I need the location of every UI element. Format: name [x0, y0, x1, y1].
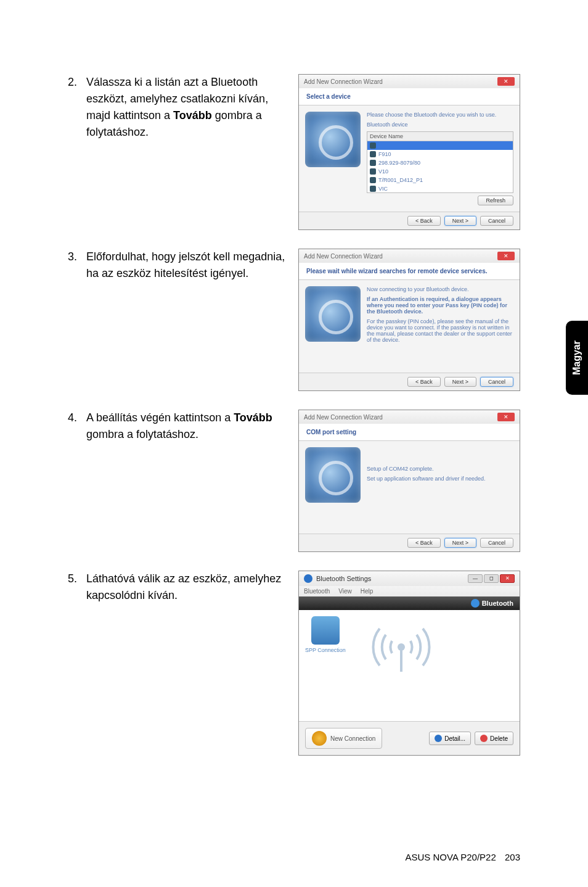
footer-model: ASUS NOVA P20/P22 [405, 852, 496, 862]
section-label: Bluetooth device [367, 122, 513, 128]
info-icon [435, 735, 442, 742]
close-icon[interactable]: ✕ [497, 252, 515, 260]
maximize-icon[interactable]: ◻ [484, 574, 499, 583]
wizard-select-device: Add New Connection Wizard ✕ Select a dev… [298, 74, 520, 230]
wizard-title: Add New Connection Wizard [304, 78, 383, 85]
auth-note: If an Authentication is required, a dial… [367, 296, 513, 315]
next-button[interactable]: Next > [444, 377, 476, 387]
wizard-title: Add New Connection Wizard [304, 253, 383, 260]
new-connection-icon [312, 731, 327, 746]
device-item[interactable]: F910 [367, 150, 513, 159]
device-icon [370, 160, 376, 166]
bluetooth-icon [304, 574, 312, 583]
column-header: Device Name [367, 132, 513, 141]
menu-help[interactable]: Help [361, 588, 374, 595]
wizard-searching: Add New Connection Wizard ✕ Please wait … [298, 249, 520, 391]
menu-bluetooth[interactable]: Bluetooth [304, 588, 330, 595]
back-button[interactable]: < Back [407, 538, 441, 548]
device-item-selected[interactable] [367, 141, 513, 150]
wizard-header: Please wait while wizard searches for re… [299, 263, 520, 280]
menu-bar: Bluetooth View Help [299, 586, 520, 596]
setup-note: Set up application software and driver i… [367, 476, 513, 482]
step-number: 3. [68, 249, 86, 265]
device-icon [370, 168, 376, 175]
bluetooth-settings-window: Bluetooth Settings — ◻ ✕ Bluetooth View … [298, 571, 520, 756]
detail-button[interactable]: Detail... [429, 732, 471, 745]
bluetooth-icon [471, 599, 480, 608]
device-icon [370, 177, 376, 183]
wizard-title: Add New Connection Wizard [304, 414, 383, 421]
cancel-button[interactable]: Cancel [480, 216, 513, 226]
step-text: Válassza ki a listán azt a Bluetooth esz… [86, 74, 286, 141]
setup-complete-line: Setup of COM42 complete. [367, 466, 513, 472]
device-item[interactable]: T/R001_D412_P1 [367, 176, 513, 184]
close-icon[interactable]: ✕ [497, 413, 515, 421]
step-text: Láthatóvá válik az az eszköz, amelyhez k… [86, 571, 286, 604]
device-list[interactable]: Device Name F910 298.929-8079/80 V10 T/R… [367, 131, 513, 193]
step-number: 5. [68, 571, 86, 587]
status-line: Now connecting to your Bluetooth device. [367, 286, 513, 292]
close-icon[interactable]: ✕ [497, 77, 515, 86]
step-text: Előfordulhat, hogy jelszót kell megadnia… [86, 249, 286, 282]
back-button[interactable]: < Back [407, 377, 441, 387]
minimize-icon[interactable]: — [468, 574, 483, 583]
cancel-button[interactable]: Cancel [480, 538, 513, 548]
device-item[interactable]: VIC [367, 184, 513, 193]
wizard-graphic [305, 112, 361, 167]
brand-label: Bluetooth [482, 600, 513, 607]
back-button[interactable]: < Back [407, 216, 441, 226]
wizard-header: Select a device [299, 88, 520, 105]
svg-point-0 [398, 643, 405, 651]
new-connection-button[interactable]: New Connection [305, 728, 382, 749]
next-button[interactable]: Next > [444, 538, 476, 548]
device-tile[interactable]: SPP Connection [305, 616, 346, 653]
device-label: SPP Connection [305, 647, 346, 653]
step-text: A beállítás végén kattintson a Tovább go… [86, 410, 286, 443]
wizard-graphic [305, 286, 361, 342]
delete-button[interactable]: Delete [475, 732, 513, 745]
spp-connection-icon [311, 616, 340, 645]
step-number: 4. [68, 410, 86, 426]
signal-graphic [358, 616, 444, 690]
page-footer: ASUS NOVA P20/P22 203 [405, 852, 520, 862]
close-icon[interactable]: ✕ [500, 574, 515, 583]
wizard-header: COM port setting [299, 424, 520, 441]
wizard-com-port: Add New Connection Wizard ✕ COM port set… [298, 410, 520, 552]
delete-icon [480, 735, 488, 742]
menu-view[interactable]: View [338, 588, 352, 595]
wizard-graphic [305, 447, 361, 503]
device-item[interactable]: V10 [367, 167, 513, 176]
step-number: 2. [68, 74, 86, 91]
device-icon [370, 186, 376, 192]
device-icon [370, 151, 376, 157]
wizard-prompt: Please choose the Bluetooth device you w… [367, 112, 513, 118]
footer-page-number: 203 [505, 852, 520, 862]
passkey-note: For the passkey (PIN code), please see t… [367, 318, 513, 343]
device-item[interactable]: 298.929-8079/80 [367, 159, 513, 167]
device-icon [370, 142, 376, 149]
language-tab: Magyar [566, 321, 588, 395]
refresh-button[interactable]: Refresh [478, 196, 513, 205]
cancel-button[interactable]: Cancel [480, 377, 513, 387]
window-title: Bluetooth Settings [316, 575, 371, 582]
next-button[interactable]: Next > [444, 216, 476, 226]
